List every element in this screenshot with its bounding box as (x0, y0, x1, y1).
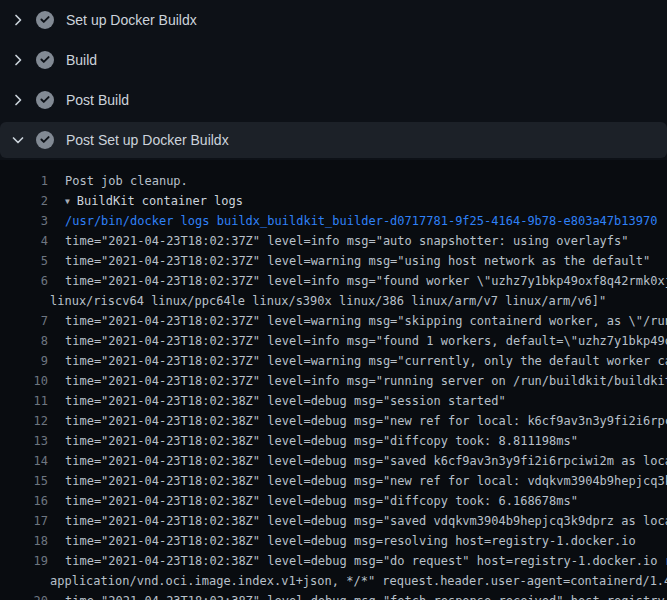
log-line: 7 ▼time="2021-04-23T18:02:37Z" level=war… (0, 311, 667, 331)
log-line-text: ▼application/vnd.oci.image.index.v1+json… (48, 571, 667, 591)
check-circle-icon (36, 91, 54, 109)
log-line-number[interactable]: 4 (0, 231, 48, 251)
log-line: 18 ▼time="2021-04-23T18:02:38Z" level=de… (0, 531, 667, 551)
log-line-text: ▼time="2021-04-23T18:02:38Z" level=debug… (48, 431, 578, 451)
step-label: Set up Docker Buildx (66, 12, 197, 28)
log-line-text: ▼time="2021-04-23T18:02:38Z" level=debug… (48, 591, 667, 600)
log-line-number[interactable]: 7 (0, 311, 48, 331)
log-line-number[interactable]: 9 (0, 351, 48, 371)
log-line-text: ▼time="2021-04-23T18:02:38Z" level=debug… (48, 551, 667, 571)
step-row-build[interactable]: Build (0, 40, 667, 80)
step-label: Build (66, 52, 97, 68)
log-line: 6 ▼time="2021-04-23T18:02:37Z" level=inf… (0, 271, 667, 291)
log-line[interactable]: 2 ▼BuildKit container logs (0, 191, 667, 211)
log-line: 13 ▼time="2021-04-23T18:02:38Z" level=de… (0, 431, 667, 451)
log-line-number[interactable]: 13 (0, 431, 48, 451)
step-list: Set up Docker Buildx Build Post Build (0, 0, 667, 160)
chevron-down-icon (10, 132, 26, 148)
chevron-right-icon (10, 92, 26, 108)
log-line-text: ▼time="2021-04-23T18:02:37Z" level=info … (48, 371, 667, 391)
log-line-number[interactable]: 6 (0, 271, 48, 291)
check-circle-icon (36, 11, 54, 29)
log-line-text: ▼time="2021-04-23T18:02:38Z" level=debug… (48, 391, 506, 411)
log-line-number[interactable]: 11 (0, 391, 48, 411)
log-line-number[interactable]: 16 (0, 491, 48, 511)
log-panel: 1 ▼Post job cleanup. 2 ▼BuildKit contain… (0, 160, 667, 600)
step-row-post-set-up-docker-buildx[interactable]: Post Set up Docker Buildx (0, 122, 667, 158)
log-line: 14 ▼time="2021-04-23T18:02:38Z" level=de… (0, 451, 667, 471)
log-line-number[interactable]: 15 (0, 471, 48, 491)
log-line: ▼linux/riscv64 linux/ppc64le linux/s390x… (0, 291, 667, 311)
step-label: Post Build (66, 92, 129, 108)
actions-log-viewer: Set up Docker Buildx Build Post Build (0, 0, 667, 600)
log-line: 8 ▼time="2021-04-23T18:02:37Z" level=inf… (0, 331, 667, 351)
check-circle-icon (36, 51, 54, 69)
log-line: 15 ▼time="2021-04-23T18:02:38Z" level=de… (0, 471, 667, 491)
log-line-number[interactable] (0, 291, 48, 311)
log-line-text: ▼time="2021-04-23T18:02:38Z" level=debug… (48, 491, 578, 511)
log-line-text: ▼Post job cleanup. (48, 171, 188, 191)
log-line-text: ▼time="2021-04-23T18:02:37Z" level=info … (48, 331, 667, 351)
log-line-number[interactable]: 2 (0, 191, 48, 211)
log-line: 9 ▼time="2021-04-23T18:02:37Z" level=war… (0, 351, 667, 371)
log-line: ▼application/vnd.oci.image.index.v1+json… (0, 571, 667, 591)
log-line: 5 ▼time="2021-04-23T18:02:37Z" level=war… (0, 251, 667, 271)
log-line: 12 ▼time="2021-04-23T18:02:38Z" level=de… (0, 411, 667, 431)
step-row-set-up-docker-buildx[interactable]: Set up Docker Buildx (0, 0, 667, 40)
chevron-right-icon (10, 12, 26, 28)
log-line-number[interactable] (0, 571, 48, 591)
step-label: Post Set up Docker Buildx (66, 132, 229, 148)
log-line-number[interactable]: 10 (0, 371, 48, 391)
log-line-text: ▼linux/riscv64 linux/ppc64le linux/s390x… (48, 291, 606, 311)
log-line-number[interactable]: 14 (0, 451, 48, 471)
log-line-text: ▼time="2021-04-23T18:02:37Z" level=info … (48, 271, 667, 291)
log-line-text: ▼time="2021-04-23T18:02:38Z" level=debug… (48, 451, 667, 471)
log-line: 16 ▼time="2021-04-23T18:02:38Z" level=de… (0, 491, 667, 511)
log-line-text: ▼time="2021-04-23T18:02:38Z" level=debug… (48, 511, 667, 531)
log-line-text: ▼time="2021-04-23T18:02:38Z" level=debug… (48, 411, 667, 431)
log-line-text: ▼BuildKit container logs (48, 191, 243, 211)
log-line: 11 ▼time="2021-04-23T18:02:38Z" level=de… (0, 391, 667, 411)
log-line: 19 ▼time="2021-04-23T18:02:38Z" level=de… (0, 551, 667, 571)
log-line-number[interactable]: 19 (0, 551, 48, 571)
log-line-number[interactable]: 3 (0, 211, 48, 231)
log-line-number[interactable]: 12 (0, 411, 48, 431)
log-line-text: ▼time="2021-04-23T18:02:37Z" level=warni… (48, 251, 650, 271)
log-line: 3 ▼/usr/bin/docker logs buildx_buildkit_… (0, 211, 667, 231)
log-line-text: ▼time="2021-04-23T18:02:38Z" level=debug… (48, 531, 636, 551)
log-line-text: ▼time="2021-04-23T18:02:37Z" level=warni… (48, 351, 667, 371)
log-line: 4 ▼time="2021-04-23T18:02:37Z" level=inf… (0, 231, 667, 251)
log-line-text: ▼/usr/bin/docker logs buildx_buildkit_bu… (48, 211, 657, 231)
log-line-number[interactable]: 8 (0, 331, 48, 351)
log-line-text: ▼time="2021-04-23T18:02:37Z" level=warni… (48, 311, 667, 331)
log-lines: 1 ▼Post job cleanup. 2 ▼BuildKit contain… (0, 171, 667, 600)
log-line: 17 ▼time="2021-04-23T18:02:38Z" level=de… (0, 511, 667, 531)
log-line-number[interactable]: 1 (0, 171, 48, 191)
log-line: 10 ▼time="2021-04-23T18:02:37Z" level=in… (0, 371, 667, 391)
log-line-number[interactable]: 5 (0, 251, 48, 271)
log-line: 1 ▼Post job cleanup. (0, 171, 667, 191)
chevron-right-icon (10, 52, 26, 68)
log-line-number[interactable]: 17 (0, 511, 48, 531)
log-line-text: ▼time="2021-04-23T18:02:38Z" level=debug… (48, 471, 667, 491)
triangle-down-icon: ▼ (65, 197, 70, 206)
check-circle-icon (36, 131, 54, 149)
log-line-number[interactable]: 18 (0, 531, 48, 551)
log-line-number[interactable]: 20 (0, 591, 48, 600)
log-line: 20 ▼time="2021-04-23T18:02:38Z" level=de… (0, 591, 667, 600)
step-row-post-build[interactable]: Post Build (0, 80, 667, 120)
log-line-text: ▼time="2021-04-23T18:02:37Z" level=info … (48, 231, 629, 251)
